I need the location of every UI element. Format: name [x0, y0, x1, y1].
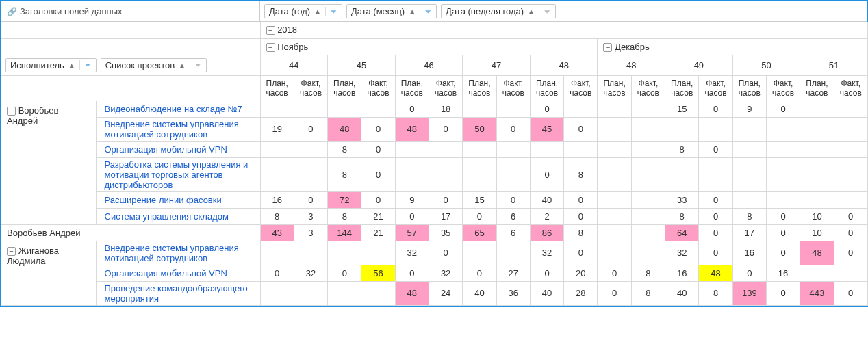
- week-header[interactable]: 48: [530, 55, 598, 75]
- collapse-icon[interactable]: −: [7, 247, 16, 256]
- week-header[interactable]: 44: [260, 55, 328, 75]
- value-cell: [834, 141, 867, 157]
- collapse-icon[interactable]: −: [7, 107, 16, 116]
- value-cell: [294, 241, 327, 265]
- value-cell: 0: [834, 281, 867, 305]
- value-cell: 32: [530, 241, 563, 265]
- project-link[interactable]: Организация мобильной VPN: [97, 143, 260, 156]
- data-fields-label: Заголовки полей данных: [20, 6, 123, 16]
- year-header[interactable]: − 2018: [260, 22, 867, 38]
- value-cell: 0: [361, 117, 395, 141]
- value-cell: 32: [395, 241, 429, 265]
- value-cell: 0: [429, 117, 462, 141]
- value-cell: 72: [328, 191, 361, 208]
- measure-fact: Факт, часов: [429, 75, 462, 101]
- value-cell: 16: [732, 241, 766, 265]
- value-cell: 19: [260, 117, 294, 141]
- value-cell: 2: [530, 208, 563, 224]
- project-link[interactable]: Видеонаблюдение на складе №7: [97, 103, 260, 116]
- value-cell: 0: [463, 208, 496, 224]
- week-header[interactable]: 48: [598, 55, 665, 75]
- sort-asc-icon: ▲: [409, 8, 416, 15]
- value-cell: 6: [496, 224, 530, 241]
- collapse-icon[interactable]: −: [266, 43, 275, 52]
- value-cell: [260, 157, 294, 191]
- value-cell: 0: [496, 117, 530, 141]
- column-field-chip[interactable]: Дата (неделя года)▲⏷: [441, 4, 556, 18]
- value-cell: [631, 141, 665, 157]
- value-cell: 0: [699, 224, 732, 241]
- value-cell: 48: [395, 117, 429, 141]
- project-link[interactable]: Система управления складом: [97, 210, 260, 223]
- value-cell: [631, 224, 665, 241]
- project-link[interactable]: Расширение линии фасовки: [97, 194, 260, 207]
- value-cell: 0: [766, 241, 800, 265]
- month-header[interactable]: − Декабрь: [598, 38, 867, 55]
- value-cell: 8: [732, 208, 766, 224]
- week-header[interactable]: 46: [395, 55, 463, 75]
- value-cell: 3: [294, 224, 327, 241]
- filter-icon[interactable]: ⏷: [330, 8, 337, 16]
- week-header[interactable]: 47: [463, 55, 531, 75]
- week-header[interactable]: 45: [328, 55, 396, 75]
- value-cell: 64: [665, 224, 699, 241]
- value-cell: [665, 157, 699, 191]
- month-header[interactable]: − Ноябрь: [260, 38, 598, 55]
- week-header[interactable]: 49: [665, 55, 733, 75]
- value-cell: [598, 117, 631, 141]
- value-cell: [631, 241, 665, 265]
- value-cell: [328, 281, 361, 305]
- filter-icon[interactable]: ⏷: [424, 8, 432, 16]
- table-row: − Жиганова ЛюдмилаВнедрение системы упра…: [1, 241, 867, 265]
- executor-cell[interactable]: − Воробьев Андрей: [1, 101, 96, 224]
- week-header[interactable]: 51: [800, 55, 868, 75]
- project-cell: Разработка системы управления и мотиваци…: [96, 157, 260, 191]
- project-link[interactable]: Внедрение системы управления мотивацией …: [97, 118, 260, 141]
- link-icon: 🔗: [7, 7, 17, 16]
- value-cell: [260, 141, 294, 157]
- value-cell: 0: [260, 265, 294, 281]
- value-cell: 16: [766, 265, 800, 281]
- value-cell: 57: [395, 224, 429, 241]
- executor-cell[interactable]: − Жиганова Людмила: [1, 241, 96, 305]
- value-cell: [800, 265, 834, 281]
- value-cell: 48: [395, 281, 429, 305]
- value-cell: 8: [665, 141, 699, 157]
- project-cell: Внедрение системы управления мотивацией …: [96, 117, 260, 141]
- table-row: Организация мобильной VPN8080: [1, 141, 867, 157]
- value-cell: 16: [260, 191, 294, 208]
- value-cell: 27: [496, 265, 530, 281]
- value-cell: [564, 101, 598, 117]
- value-cell: 15: [463, 191, 496, 208]
- project-link[interactable]: Разработка системы управления и мотиваци…: [97, 158, 260, 191]
- table-row: Проведение командообразующего мероприяти…: [1, 281, 867, 305]
- value-cell: 40: [530, 281, 563, 305]
- filter-icon[interactable]: ⏷: [544, 8, 551, 16]
- measure-plan: План, часов: [598, 75, 631, 101]
- value-cell: 21: [361, 208, 395, 224]
- collapse-icon[interactable]: −: [603, 43, 612, 52]
- value-cell: [598, 208, 631, 224]
- project-cell: Внедрение системы управления мотивацией …: [96, 241, 260, 265]
- value-cell: [598, 241, 631, 265]
- column-field-chip[interactable]: Дата (год)▲⏷: [264, 4, 342, 18]
- week-header[interactable]: 50: [732, 55, 800, 75]
- project-link[interactable]: Организация мобильной VPN: [97, 267, 260, 280]
- sort-asc-icon: ▲: [528, 8, 535, 15]
- value-cell: [294, 281, 327, 305]
- row-fields-corner: [1, 22, 260, 38]
- value-cell: 40: [530, 191, 563, 208]
- project-link[interactable]: Проведение командообразующего мероприяти…: [97, 282, 260, 305]
- row-field-chip[interactable]: Список проектов▲⏷: [101, 58, 207, 72]
- filter-icon[interactable]: ⏷: [194, 61, 202, 69]
- filter-icon[interactable]: ⏷: [84, 61, 92, 69]
- value-cell: 8: [564, 224, 598, 241]
- row-field-chip[interactable]: Исполнитель▲⏷: [5, 58, 97, 72]
- value-cell: [564, 141, 598, 157]
- value-cell: [260, 281, 294, 305]
- collapse-icon[interactable]: −: [266, 26, 275, 35]
- project-link[interactable]: Внедрение системы управления мотивацией …: [97, 241, 260, 265]
- column-field-chip[interactable]: Дата (месяц)▲⏷: [346, 4, 437, 18]
- data-field-header-area: 🔗 Заголовки полей данных: [1, 1, 260, 21]
- measure-plan: План, часов: [530, 75, 563, 101]
